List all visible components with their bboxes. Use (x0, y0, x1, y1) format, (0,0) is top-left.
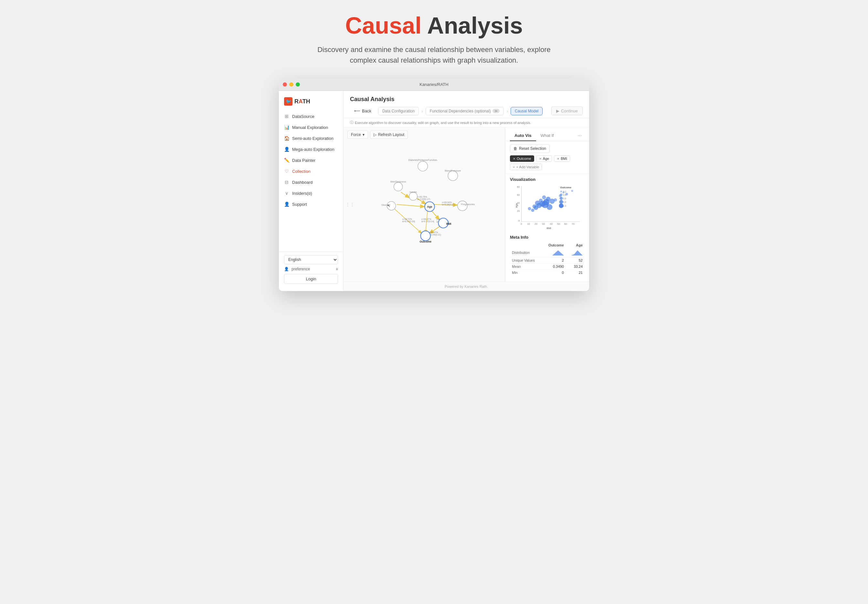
sidebar-item-label: Dashboard (292, 180, 313, 185)
var-tag-outcome[interactable]: ✕ Outcome (510, 155, 534, 162)
sidebar-item-dashboard[interactable]: ⊟ Dashboard (279, 177, 343, 187)
meta-val-min-age: 21 (566, 270, 584, 276)
sidebar: 🐦 RATH ⊞ DataSource 📊 Manual Exploration… (279, 91, 344, 291)
add-variable-button[interactable]: + + Add Variable (510, 164, 542, 170)
node-pregnancies-label: Pregnancies (461, 203, 475, 206)
hero-section: Causal Analysis Discovery and examine th… (311, 13, 557, 65)
var-tag-bmi[interactable]: ✕ BMI (554, 155, 570, 162)
sidebar-item-support[interactable]: 👤 Support (279, 199, 343, 210)
tab-auto-vis[interactable]: Auto Vis (510, 130, 536, 141)
node-blood-pressure[interactable] (448, 171, 457, 181)
svg-point-19 (560, 194, 563, 196)
layout-type-btn[interactable]: Force ▾ (347, 130, 368, 139)
node-diabetes-pedigree[interactable] (418, 161, 428, 171)
sidebar-item-insiders[interactable]: ∨ Insiders(α) (279, 187, 343, 199)
support-icon: 👤 (284, 201, 289, 207)
datasource-icon: ⊞ (284, 114, 289, 119)
meta-section: Meta Info Outcome Age (505, 232, 589, 279)
minimize-button[interactable] (289, 82, 293, 87)
back-button[interactable]: ⟵ Back (350, 107, 375, 115)
right-panel: Auto Vis What If ··· 🗑 Reset Selection (505, 127, 589, 282)
variable-tags: ✕ Outcome ✕ Age ✕ BMI (510, 155, 584, 170)
back-label: Back (362, 108, 371, 113)
breadcrumb-step-func-deps[interactable]: Functional Dependencies (optional) ≫ (426, 107, 504, 115)
language-select[interactable]: English (284, 255, 338, 264)
svg-marker-27 (552, 250, 564, 256)
graph-area[interactable]: Force ▾ ▷ Refresh Layout ⋮⋮ (344, 127, 505, 282)
sidebar-item-semi-auto[interactable]: 🏠 Semi-auto Exploration (279, 133, 343, 144)
breadcrumb-step-causal-model[interactable]: Causal Model (511, 107, 542, 115)
node-pregnancies[interactable] (457, 201, 467, 211)
sidebar-item-data-painter[interactable]: ✏️ Data Painter (279, 155, 343, 166)
sidebar-item-mega-auto[interactable]: 👤 Mega-auto Exploration (279, 144, 343, 155)
svg-text:10: 10 (527, 223, 530, 225)
settings-icon: ≡ (336, 267, 338, 271)
svg-text:70: 70 (572, 223, 575, 225)
tab-what-if[interactable]: What If (536, 130, 558, 141)
svg-text:60: 60 (564, 223, 567, 225)
tag-label-outcome: Outcome (517, 156, 531, 161)
preference-row: 👤 preference ≡ (284, 267, 338, 271)
tag-label-age: Age (543, 156, 549, 161)
meta-col-empty (510, 242, 542, 248)
meta-row-unique: Unique Values 2 52 (510, 257, 584, 263)
app-window: Kanaries/RATH 🐦 RATH ⊞ DataSource 📊 Manu… (279, 79, 589, 291)
login-button[interactable]: Login (284, 274, 338, 284)
reset-selection-button[interactable]: 🗑 Reset Selection (510, 144, 550, 153)
dist-chart-outcome (552, 249, 564, 256)
meta-label-unique: Unique Values (510, 257, 542, 263)
close-button[interactable] (283, 82, 287, 87)
svg-text:20: 20 (517, 210, 520, 212)
sidebar-logo-text: RATH (294, 98, 310, 105)
edge-skinthickness-insulin (401, 192, 409, 198)
traffic-lights (283, 82, 300, 87)
continue-button[interactable]: ▶ Continue (551, 107, 583, 115)
sidebar-item-datasource[interactable]: ⊞ DataSource (279, 111, 343, 122)
preference-label[interactable]: preference (291, 267, 310, 271)
breadcrumb-arrow-2: › (506, 108, 508, 114)
meta-val-unique-outcome: 2 (542, 257, 566, 263)
svg-marker-28 (571, 250, 583, 256)
sidebar-item-manual-exploration[interactable]: 📊 Manual Exploration (279, 122, 343, 133)
node-skin-thickness[interactable] (394, 183, 403, 191)
dashboard-icon: ⊟ (284, 180, 289, 185)
meta-row-mean: Mean 0.3490 33.24 (510, 263, 584, 270)
sidebar-item-label: DataSource (292, 114, 315, 119)
legend-title: Outcome (560, 186, 572, 189)
svg-text:0.8: 0.8 (563, 201, 566, 203)
breadcrumb-step-data-config[interactable]: Data Configuration (378, 107, 419, 115)
edge-label-2: w=1.03(0.17) (417, 198, 430, 201)
meta-val-mean-age: 33.24 (566, 263, 584, 270)
main-content: Causal Analysis ⟵ Back Data Configuratio… (344, 91, 589, 291)
title-bar: Kanaries/RATH (279, 79, 589, 91)
powered-by: Powered by Kanaries Rath. (344, 282, 589, 291)
meta-row-distribution: Distribution (510, 248, 584, 257)
rath-logo-icon: 🐦 (284, 97, 293, 105)
tab-auto-vis-label: Auto Vis (515, 133, 532, 138)
var-tag-age[interactable]: ✕ Age (536, 155, 552, 162)
svg-text:0: 0 (521, 223, 522, 225)
cursor-icon: ↖ (387, 204, 391, 208)
trash-icon: 🗑 (513, 146, 518, 151)
tab-more-btn[interactable]: ··· (575, 132, 584, 140)
node-outcome[interactable] (421, 231, 431, 241)
node-diabetes-label: DiabetesPedigreeFunction (408, 159, 437, 161)
refresh-layout-btn[interactable]: ▷ Refresh Layout (370, 130, 408, 139)
node-blood-pressure-label: BloodPressure (445, 170, 461, 172)
tab-what-if-label: What If (541, 133, 554, 138)
sidebar-item-label: Mega-auto Exploration (292, 147, 335, 152)
maximize-button[interactable] (296, 82, 300, 87)
edge-label-8: w=0.27(0.14) (421, 220, 434, 223)
meta-col-outcome: Outcome (542, 242, 566, 248)
sidebar-logo: 🐦 RATH (279, 94, 343, 111)
scatter-dot (531, 209, 535, 212)
svg-text:0: 0 (518, 219, 520, 222)
graph-toolbar: Force ▾ ▷ Refresh Layout (347, 130, 408, 139)
svg-text:0.4: 0.4 (563, 194, 566, 196)
add-var-label: + Add Variable (516, 165, 539, 169)
scatter-dot (571, 190, 573, 192)
meta-info-title: Meta Info (510, 235, 584, 240)
sidebar-item-collection[interactable]: ♡ Collection (279, 166, 343, 177)
sidebar-item-label: Insiders(α) (292, 191, 312, 196)
vis-section: Visualization 80 60 40 20 (505, 174, 589, 232)
